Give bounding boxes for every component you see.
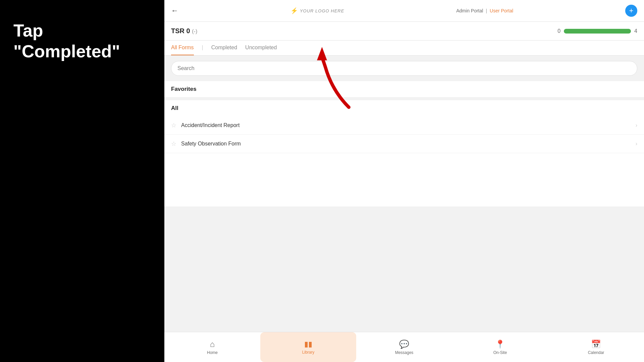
add-button[interactable]: + [625, 5, 637, 17]
tab-all-forms[interactable]: All Forms [171, 45, 194, 55]
nav-label-calendar: Calendar [588, 350, 604, 355]
tab-completed[interactable]: Completed [211, 45, 237, 55]
nav-item-onsite[interactable]: 📍 On-Site [452, 332, 548, 362]
bottom-nav: ⌂ Home ▮▮ Library 💬 Messages 📍 On-Site 📅… [164, 332, 644, 362]
all-section-header: All [164, 100, 644, 116]
app-panel: ← ⚡ YOUR LOGO HERE Admin Portal | User P… [164, 0, 644, 362]
section-divider [164, 98, 644, 100]
home-icon: ⌂ [210, 340, 215, 349]
star-icon[interactable]: ☆ [171, 122, 176, 129]
tsr-title: TSR 0 (-) [171, 27, 197, 35]
progress-num-left: 0 [557, 28, 560, 34]
nav-item-calendar[interactable]: 📅 Calendar [548, 332, 644, 362]
tsr-section: TSR 0 (-) 0 4 [164, 22, 644, 41]
nav-label-onsite: On-Site [493, 350, 507, 355]
back-button[interactable]: ← [171, 6, 178, 15]
instruction-text: Tap "Completed" [13, 20, 151, 62]
top-nav: ← ⚡ YOUR LOGO HERE Admin Portal | User P… [164, 0, 644, 22]
content-area: Favorites All ☆ Accident/Incident Report… [164, 81, 644, 206]
nav-item-messages[interactable]: 💬 Messages [356, 332, 452, 362]
messages-icon: 💬 [399, 340, 409, 349]
instruction-panel: Tap "Completed" [0, 0, 164, 362]
calendar-icon: 📅 [591, 340, 601, 349]
nav-label-library: Library [302, 350, 315, 355]
search-container [164, 56, 644, 81]
progress-num-right: 4 [634, 28, 637, 34]
search-input[interactable] [171, 61, 637, 76]
tab-uncompleted[interactable]: Uncompleted [245, 45, 277, 55]
tsr-progress: 0 4 [557, 28, 637, 34]
progress-bar [564, 29, 631, 34]
nav-item-home[interactable]: ⌂ Home [164, 332, 260, 362]
admin-portal-link[interactable]: Admin Portal [456, 8, 483, 13]
star-icon[interactable]: ☆ [171, 140, 176, 147]
library-icon: ▮▮ [304, 340, 312, 349]
logo-bolt-icon: ⚡ [290, 7, 298, 14]
list-item[interactable]: ☆ Safety Observation Form › [164, 135, 644, 153]
list-item[interactable]: ☆ Accident/Incident Report › [164, 116, 644, 135]
favorites-section-header: Favorites [164, 81, 644, 98]
chevron-right-icon: › [636, 122, 637, 128]
logo-area: ⚡ YOUR LOGO HERE [290, 7, 344, 14]
chevron-right-icon: › [636, 141, 637, 147]
tabs-bar: All Forms | Completed Uncompleted [164, 41, 644, 56]
item-label: Safety Observation Form [181, 141, 636, 147]
gray-spacer [164, 206, 644, 332]
nav-label-messages: Messages [395, 350, 414, 355]
nav-label-home: Home [207, 350, 218, 355]
logo-text: YOUR LOGO HERE [300, 8, 344, 13]
nav-item-library[interactable]: ▮▮ Library [260, 332, 356, 362]
user-portal-link[interactable]: User Portal [490, 8, 513, 13]
portal-links: Admin Portal | User Portal [456, 8, 513, 13]
item-label: Accident/Incident Report [181, 122, 636, 128]
onsite-icon: 📍 [495, 340, 505, 349]
portal-separator: | [486, 8, 487, 13]
